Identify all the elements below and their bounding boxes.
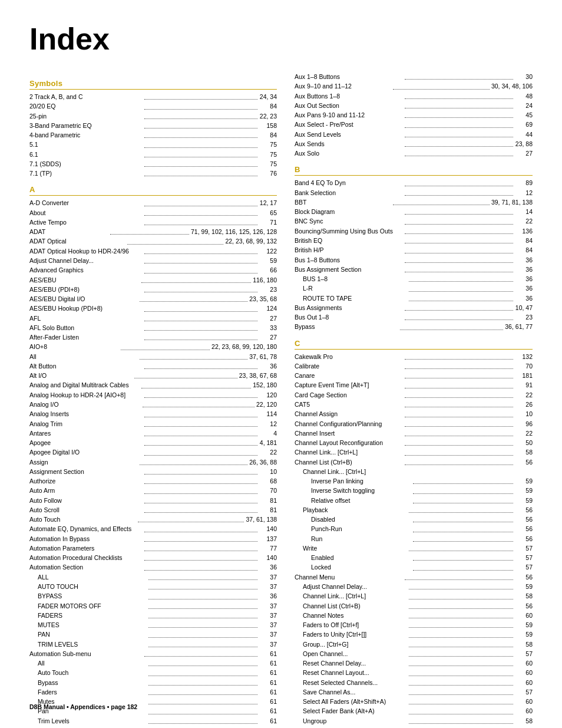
entry-label: Aux 1–8 Buttons (295, 72, 403, 81)
list-item: Reset Channel Delay...60 (295, 658, 533, 668)
entry-page: 36 (515, 294, 533, 303)
list-item: Adjust Channel Delay...59 (295, 582, 533, 591)
entry-dots (148, 630, 257, 637)
entry-label: AES/EBU (29, 275, 140, 285)
entry-page: 81 (259, 505, 277, 515)
entry-page: 22 (515, 216, 533, 226)
entry-page: 132 (515, 352, 533, 361)
entry-label: Bypass (295, 322, 398, 331)
list-item: BYPASS36 (29, 591, 277, 601)
list-item: CAT526 (295, 400, 533, 409)
entry-label: AES/EBU (PDI+8) (29, 285, 143, 294)
entry-dots (148, 706, 257, 714)
list-item: Faders to Unity [Ctrl+[]]59 (295, 630, 533, 639)
list-item: Automation In Bypass137 (29, 534, 277, 543)
list-item: Reset Channel Layout...60 (295, 668, 533, 677)
list-item: Apogee Digital I/O22 (29, 447, 277, 457)
list-item: Canare181 (295, 371, 533, 380)
entry-page: 58 (515, 591, 533, 601)
list-item: Automation Procedural Checklists140 (29, 553, 277, 562)
entry-page: 59 (515, 620, 533, 630)
entry-label: MUTES (38, 620, 147, 630)
entry-label: Aux Solo (295, 149, 403, 158)
entry-dots (144, 505, 257, 513)
entry-page: 22 (515, 429, 533, 438)
entry-dots (121, 342, 210, 350)
entry-label: Automation Parameters (29, 543, 143, 553)
entry-dots (144, 323, 257, 331)
entry-label: British EQ (295, 236, 403, 245)
list-item: L-R36 (295, 284, 533, 293)
entry-dots (148, 678, 257, 686)
entry-label: Analog Hookup to HDR-24 [AIO+8] (29, 390, 143, 400)
entry-label: Analog and Digital Multitrack Cables (29, 380, 140, 390)
entry-page: 66 (259, 265, 277, 275)
entry-dots (409, 591, 513, 599)
entry-dots (405, 226, 513, 234)
entry-page: 56 (515, 515, 533, 524)
entry-dots (409, 284, 513, 291)
entry-dots (405, 216, 513, 224)
entry-page: 70 (259, 486, 277, 495)
entry-dots (144, 390, 257, 398)
entry-label: Capture Event Time [Alt+T] (295, 380, 403, 390)
entry-dots (144, 419, 257, 427)
list-item: Automate EQ, Dynamics, and Effects140 (29, 524, 277, 533)
entry-dots (409, 706, 513, 714)
entry-label: Reset Selected Channels... (303, 678, 407, 687)
entry-dots (144, 304, 257, 311)
entry-page: 60 (515, 668, 533, 677)
entry-page: 26 (515, 400, 533, 409)
entry-page: 59 (259, 256, 277, 265)
entry-label: 5.1 (29, 140, 143, 149)
entry-label: Bouncing/Summing Using Bus Outs (295, 226, 403, 236)
entry-page: 44 (515, 130, 533, 139)
entry-dots (144, 524, 257, 532)
entry-dots (141, 380, 252, 388)
entry-dots (413, 496, 513, 503)
entry-dots (144, 496, 257, 503)
entry-dots (405, 429, 513, 436)
list-item: Write Flyback61 (29, 726, 277, 728)
entry-page: 59 (515, 582, 533, 591)
entry-page: 33 (259, 323, 277, 332)
entry-page: 57 (515, 562, 533, 572)
entry-page: 137 (259, 534, 277, 543)
entry-dots (140, 457, 248, 465)
entry-dots (413, 515, 513, 522)
entry-dots (140, 294, 248, 302)
entry-label: ALL (38, 572, 147, 582)
entry-label: 2 Track A, B, and C (29, 92, 143, 101)
entry-dots (409, 716, 513, 724)
entry-page: 71 (259, 218, 277, 227)
list-item: Select All Faders (Alt+Shift+A)60 (295, 697, 533, 706)
entry-dots (143, 400, 254, 407)
entry-label: Select Fader Bank (Alt+A) (303, 706, 407, 716)
list-item: Punch-Run56 (295, 524, 533, 533)
entry-label: AIO+8 (29, 342, 119, 351)
entry-page: 60 (515, 706, 533, 716)
entry-page: 61 (259, 726, 277, 728)
entry-dots (148, 620, 257, 628)
list-item: Bus Assignments10, 47 (295, 303, 533, 312)
list-item: Bypass61 (29, 678, 277, 687)
entry-page: 37 (259, 640, 277, 649)
entry-label: Authorize (29, 476, 143, 486)
list-item: Group... [Ctrl+G]58 (295, 640, 533, 649)
entry-label: Relative offset (311, 496, 411, 505)
entry-dots (144, 332, 257, 340)
list-item: About65 (29, 208, 277, 218)
entry-dots (409, 640, 513, 647)
entry-label: Select All Faders (Alt+Shift+A) (303, 697, 407, 706)
entry-page: 56 (515, 572, 533, 582)
entry-page: 75 (259, 140, 277, 149)
list-item: 4-band Parametric84 (29, 130, 277, 140)
list-item: 7.1 (SDDS)75 (29, 159, 277, 169)
entry-page: 37 (259, 601, 277, 611)
entry-label: Channel Link... [Ctrl+L] (295, 447, 403, 457)
entry-label: Band 4 EQ To Dyn (295, 178, 403, 187)
entry-label: BBT (295, 197, 391, 207)
entry-label: Bus Assignments (295, 303, 403, 312)
entry-page: 30, 34, 48, 106 (491, 81, 533, 91)
entry-label: Analog Inserts (29, 409, 143, 419)
